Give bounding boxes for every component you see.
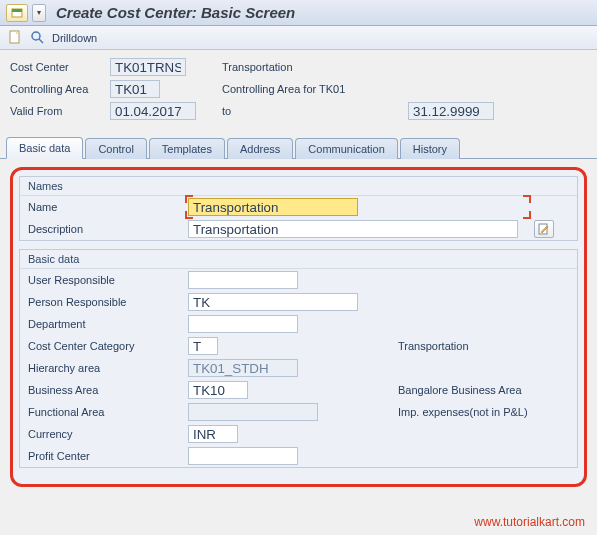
user-responsible-field[interactable] <box>188 271 298 289</box>
user-responsible-label: User Responsible <box>28 274 188 286</box>
svg-rect-1 <box>12 9 22 12</box>
highlight-bracket-icon <box>523 195 531 203</box>
document-icon[interactable] <box>8 30 24 46</box>
basic-data-group-title: Basic data <box>20 250 577 269</box>
department-field[interactable] <box>188 315 298 333</box>
department-label: Department <box>28 318 188 330</box>
basic-data-group: Basic data User Responsible Person Respo… <box>19 249 578 468</box>
valid-to-field[interactable] <box>408 102 494 120</box>
functional-area-label: Functional Area <box>28 406 188 418</box>
person-responsible-field[interactable] <box>188 293 358 311</box>
currency-field[interactable] <box>188 425 238 443</box>
currency-label: Currency <box>28 428 188 440</box>
functional-area-text: Imp. expenses(not in P&L) <box>388 406 588 418</box>
cc-category-text: Transportation <box>388 340 588 352</box>
cc-category-label: Cost Center Category <box>28 340 188 352</box>
menu-icon[interactable] <box>6 4 28 22</box>
business-area-field[interactable] <box>188 381 248 399</box>
business-area-label: Business Area <box>28 384 188 396</box>
valid-from-label: Valid From <box>10 105 110 117</box>
tabs: Basic data Control Templates Address Com… <box>0 136 597 159</box>
profit-center-label: Profit Center <box>28 450 188 462</box>
pencil-icon <box>538 223 550 235</box>
highlighted-panel: Names Name Description Basic data User R… <box>10 167 587 487</box>
drilldown-label[interactable]: Drilldown <box>52 32 97 44</box>
name-label: Name <box>28 201 188 213</box>
svg-line-4 <box>39 39 43 43</box>
titlebar: ▾ Create Cost Center: Basic Screen <box>0 0 597 26</box>
svg-point-3 <box>32 32 40 40</box>
drilldown-icon[interactable] <box>30 30 46 46</box>
tab-address[interactable]: Address <box>227 138 293 159</box>
toolbar: Drilldown <box>0 26 597 50</box>
cc-category-field[interactable] <box>188 337 218 355</box>
name-field[interactable] <box>188 198 358 216</box>
valid-from-field[interactable] <box>110 102 196 120</box>
tab-history[interactable]: History <box>400 138 460 159</box>
tab-basic-data[interactable]: Basic data <box>6 137 83 159</box>
highlight-bracket-icon <box>185 195 193 203</box>
description-label: Description <box>28 223 188 235</box>
highlight-bracket-icon <box>523 211 531 219</box>
header-fields: Cost Center Transportation Controlling A… <box>0 50 597 130</box>
highlight-bracket-icon <box>185 211 193 219</box>
person-responsible-label: Person Responsible <box>28 296 188 308</box>
names-group: Names Name Description <box>19 176 578 241</box>
hierarchy-label: Hierarchy area <box>28 362 188 374</box>
cost-center-label: Cost Center <box>10 61 110 73</box>
tab-communication[interactable]: Communication <box>295 138 397 159</box>
names-group-title: Names <box>20 177 577 196</box>
page-title: Create Cost Center: Basic Screen <box>56 4 295 21</box>
profit-center-field[interactable] <box>188 447 298 465</box>
tab-templates[interactable]: Templates <box>149 138 225 159</box>
cost-center-field[interactable] <box>110 58 186 76</box>
edit-description-button[interactable] <box>534 220 554 238</box>
cost-center-text: Transportation <box>218 61 378 73</box>
functional-area-field[interactable] <box>188 403 318 421</box>
hierarchy-field[interactable] <box>188 359 298 377</box>
business-area-text: Bangalore Business Area <box>388 384 588 396</box>
tab-control[interactable]: Control <box>85 138 146 159</box>
to-label: to <box>218 105 378 117</box>
watermark: www.tutorialkart.com <box>474 515 585 529</box>
controlling-area-label: Controlling Area <box>10 83 110 95</box>
menu-dropdown-icon[interactable]: ▾ <box>32 4 46 22</box>
description-field[interactable] <box>188 220 518 238</box>
controlling-area-field[interactable] <box>110 80 160 98</box>
controlling-area-text: Controlling Area for TK01 <box>218 83 378 95</box>
